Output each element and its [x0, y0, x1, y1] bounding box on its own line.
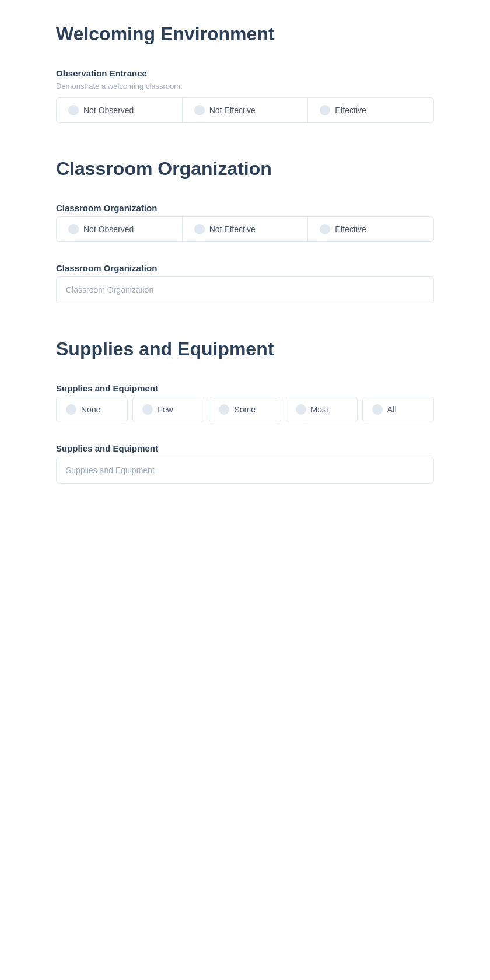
classroom-organization-notes-input[interactable]: [56, 276, 434, 303]
radio-circle: [194, 105, 205, 116]
field-label-supplies-rating: Supplies and Equipment: [56, 383, 434, 393]
radio-label-some: Some: [234, 405, 256, 414]
field-group-classroom-rating: Classroom Organization Not Observed Not …: [56, 203, 434, 242]
radio-option-not-observed-classroom[interactable]: Not Observed: [56, 216, 183, 242]
radio-circle: [219, 404, 229, 415]
radio-label-effective: Effective: [335, 106, 366, 115]
radio-circle: [142, 404, 153, 415]
radio-label-few: Few: [158, 405, 173, 414]
radio-option-few[interactable]: Few: [132, 397, 204, 422]
section-title-welcoming: Welcoming Environment: [56, 23, 434, 45]
section-supplies-equipment: Supplies and Equipment Supplies and Equi…: [56, 338, 434, 484]
radio-circle: [372, 404, 383, 415]
radio-circle: [68, 224, 79, 235]
field-group-observation-entrance: Observation Entrance Demonstrate a welco…: [56, 68, 434, 123]
section-title-classroom: Classroom Organization: [56, 158, 434, 180]
radio-label-not-effective: Not Effective: [209, 225, 256, 234]
radio-circle: [320, 224, 330, 235]
radio-label-none: None: [81, 405, 100, 414]
radio-circle: [320, 105, 330, 116]
radio-option-none[interactable]: None: [56, 397, 128, 422]
radio-label-not-observed: Not Observed: [83, 225, 134, 234]
radio-label-not-observed: Not Observed: [83, 106, 134, 115]
section-title-supplies: Supplies and Equipment: [56, 338, 434, 360]
field-label-classroom-rating: Classroom Organization: [56, 203, 434, 213]
radio-label-not-effective: Not Effective: [209, 106, 256, 115]
radio-group-observation-entrance: Not Observed Not Effective Effective: [56, 97, 434, 123]
supplies-equipment-notes-input[interactable]: [56, 457, 434, 484]
radio-option-not-observed-entrance[interactable]: Not Observed: [56, 97, 183, 123]
radio-circle: [296, 404, 306, 415]
radio-option-effective-classroom[interactable]: Effective: [308, 216, 434, 242]
radio-option-effective-entrance[interactable]: Effective: [308, 97, 434, 123]
radio-label-most: Most: [311, 405, 328, 414]
field-label-observation-entrance: Observation Entrance: [56, 68, 434, 78]
radio-circle: [66, 404, 76, 415]
radio-group-supplies-rating: None Few Some Most All: [56, 397, 434, 422]
field-group-classroom-notes: Classroom Organization: [56, 263, 434, 303]
radio-option-not-effective-classroom[interactable]: Not Effective: [183, 216, 309, 242]
radio-label-all: All: [387, 405, 397, 414]
radio-group-classroom-rating: Not Observed Not Effective Effective: [56, 216, 434, 242]
section-classroom-organization: Classroom Organization Classroom Organiz…: [56, 158, 434, 303]
field-group-supplies-rating: Supplies and Equipment None Few Some Mos…: [56, 383, 434, 422]
radio-circle: [194, 224, 205, 235]
field-label-classroom-notes: Classroom Organization: [56, 263, 434, 273]
field-label-supplies-notes: Supplies and Equipment: [56, 443, 434, 453]
radio-option-most[interactable]: Most: [286, 397, 358, 422]
radio-circle: [68, 105, 79, 116]
field-description-observation-entrance: Demonstrate a welcoming classroom.: [56, 82, 434, 90]
radio-label-effective: Effective: [335, 225, 366, 234]
field-group-supplies-notes: Supplies and Equipment: [56, 443, 434, 484]
radio-option-some[interactable]: Some: [209, 397, 281, 422]
radio-option-not-effective-entrance[interactable]: Not Effective: [183, 97, 309, 123]
section-welcoming-environment: Welcoming Environment Observation Entran…: [56, 23, 434, 123]
page-container: Welcoming Environment Observation Entran…: [0, 0, 490, 542]
radio-option-all[interactable]: All: [362, 397, 434, 422]
